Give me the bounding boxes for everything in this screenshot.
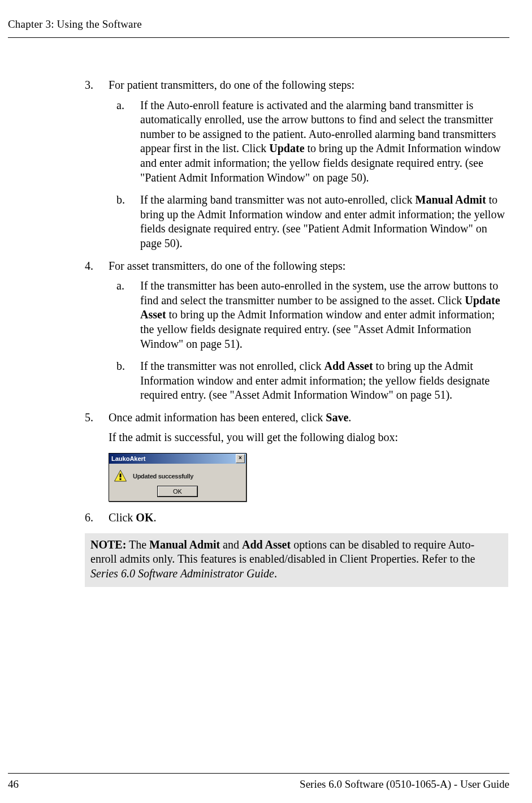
dialog-message: Updated successfully xyxy=(133,472,193,480)
main-list: For patient transmitters, do one of the … xyxy=(85,78,508,525)
text-5-followup: If the admit is successful, you will get… xyxy=(109,430,508,445)
text-6-bold: OK xyxy=(136,511,153,524)
text-4b-bold: Add Asset xyxy=(324,360,373,372)
text-5-bold: Save xyxy=(326,411,348,424)
text-6-post: . xyxy=(153,511,156,524)
text-3b-pre: If the alarming band transmitter was not… xyxy=(140,193,416,206)
page: Chapter 3: Using the Software For patien… xyxy=(0,0,532,803)
marker-a: a. xyxy=(116,98,124,113)
sub-item-4b: b. If the transmitter was not enrolled, … xyxy=(109,359,508,403)
dialog-buttons: OK xyxy=(109,485,246,501)
sub-item-3b: b. If the alarming band transmitter was … xyxy=(109,193,508,251)
footer-row: 46 Series 6.0 Software (0510-1065-A) - U… xyxy=(8,778,509,791)
body-content: For patient transmitters, do one of the … xyxy=(85,78,508,587)
text-4b-pre: If the transmitter was not enrolled, cli… xyxy=(140,360,324,372)
list-item-5: Once admit information has been entered,… xyxy=(85,411,508,502)
note-b1: Manual Admit xyxy=(149,538,220,551)
note-b2: Add Asset xyxy=(242,538,291,551)
header-rule xyxy=(8,37,509,38)
close-icon[interactable]: × xyxy=(236,454,245,463)
svg-rect-2 xyxy=(120,478,122,480)
marker-a: a. xyxy=(116,279,124,293)
text-6-pre: Click xyxy=(109,511,136,524)
sub-item-3a: a. If the Auto-enroll feature is activat… xyxy=(109,98,508,185)
list-item-4: For asset transmitters, do one of the fo… xyxy=(85,259,508,403)
note-seg1: The xyxy=(126,538,149,551)
dialog-titlebar: LaukoAkert × xyxy=(109,454,246,464)
footer-right: Series 6.0 Software (0510-1065-A) - User… xyxy=(300,778,509,791)
note-seg2: and xyxy=(220,538,242,551)
dialog-body: Updated successfully xyxy=(109,464,246,485)
text-3a-bold: Update xyxy=(269,142,304,154)
sub-list-4: a. If the transmitter has been auto-enro… xyxy=(109,279,508,403)
ok-button[interactable]: OK xyxy=(158,486,197,497)
text-4a-post: to bring up the Admit Information window… xyxy=(140,308,495,349)
sub-list-3: a. If the Auto-enroll feature is activat… xyxy=(109,98,508,251)
note-label: NOTE: xyxy=(90,538,126,551)
footer-rule xyxy=(8,773,509,774)
footer: 46 Series 6.0 Software (0510-1065-A) - U… xyxy=(8,773,509,791)
list-item-6: Click OK. xyxy=(85,511,508,525)
info-icon xyxy=(114,469,127,483)
note-box: NOTE: The Manual Admit and Add Asset opt… xyxy=(85,533,508,587)
marker-b: b. xyxy=(116,359,125,374)
text-3b-bold: Manual Admit xyxy=(416,193,486,206)
svg-rect-1 xyxy=(120,474,122,478)
text-4a-pre: If the transmitter has been auto-enrolle… xyxy=(140,279,498,306)
item4-lead: For asset transmitters, do one of the fo… xyxy=(109,260,345,272)
sub-item-4a: a. If the transmitter has been auto-enro… xyxy=(109,279,508,351)
dialog-screenshot: LaukoAkert × Updated successfully xyxy=(109,453,246,502)
dialog-title: LaukoAkert xyxy=(111,455,146,463)
marker-b: b. xyxy=(116,193,125,208)
text-5-pre: Once admit information has been entered,… xyxy=(109,411,326,424)
running-header: Chapter 3: Using the Software xyxy=(8,18,142,31)
note-italic: Series 6.0 Software Administrator Guide xyxy=(90,567,274,580)
page-number: 46 xyxy=(8,778,19,791)
item3-lead: For patient transmitters, do one of the … xyxy=(109,79,354,91)
note-seg4: . xyxy=(274,567,277,580)
list-item-3: For patient transmitters, do one of the … xyxy=(85,78,508,251)
text-5-post: . xyxy=(348,411,351,424)
